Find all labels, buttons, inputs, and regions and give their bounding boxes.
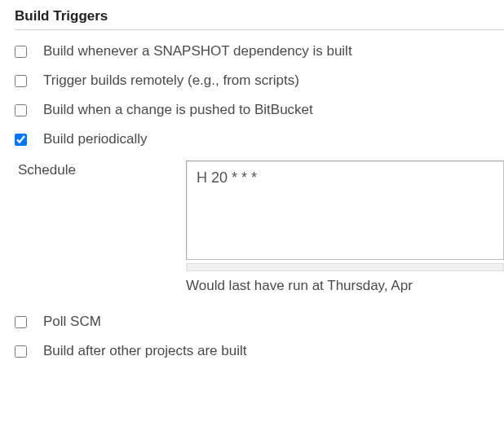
checkbox-build-periodically[interactable] bbox=[15, 134, 27, 146]
schedule-section: Schedule Would last have run at Thursday… bbox=[15, 160, 504, 294]
label-build-after-projects[interactable]: Build after other projects are built bbox=[43, 343, 246, 359]
trigger-row-poll-scm: Poll SCM bbox=[15, 314, 504, 330]
trigger-row-remote: Trigger builds remotely (e.g., from scri… bbox=[15, 72, 504, 89]
checkbox-bitbucket-push[interactable] bbox=[15, 104, 27, 116]
checkbox-poll-scm[interactable] bbox=[15, 316, 27, 328]
schedule-right: Would last have run at Thursday, Apr bbox=[186, 160, 504, 294]
checkbox-trigger-remotely[interactable] bbox=[15, 75, 27, 87]
label-trigger-remotely[interactable]: Trigger builds remotely (e.g., from scri… bbox=[43, 72, 299, 89]
label-snapshot-dependency[interactable]: Build whenever a SNAPSHOT dependency is … bbox=[43, 43, 352, 59]
label-poll-scm[interactable]: Poll SCM bbox=[43, 314, 101, 330]
trigger-row-bitbucket: Build when a change is pushed to BitBuck… bbox=[15, 102, 504, 118]
trigger-row-periodically: Build periodically bbox=[15, 131, 504, 147]
checkbox-build-after-projects[interactable] bbox=[15, 345, 27, 358]
trigger-row-snapshot: Build whenever a SNAPSHOT dependency is … bbox=[15, 43, 504, 59]
section-header-build-triggers: Build Triggers bbox=[15, 8, 504, 30]
label-bitbucket-push[interactable]: Build when a change is pushed to BitBuck… bbox=[43, 102, 313, 118]
schedule-hint: Would last have run at Thursday, Apr bbox=[186, 278, 504, 294]
checkbox-snapshot-dependency[interactable] bbox=[15, 46, 27, 58]
schedule-label: Schedule bbox=[15, 160, 186, 178]
schedule-scrollbar[interactable] bbox=[186, 263, 504, 271]
label-build-periodically[interactable]: Build periodically bbox=[43, 131, 148, 147]
trigger-row-build-after: Build after other projects are built bbox=[15, 343, 504, 359]
schedule-input[interactable] bbox=[186, 160, 504, 260]
